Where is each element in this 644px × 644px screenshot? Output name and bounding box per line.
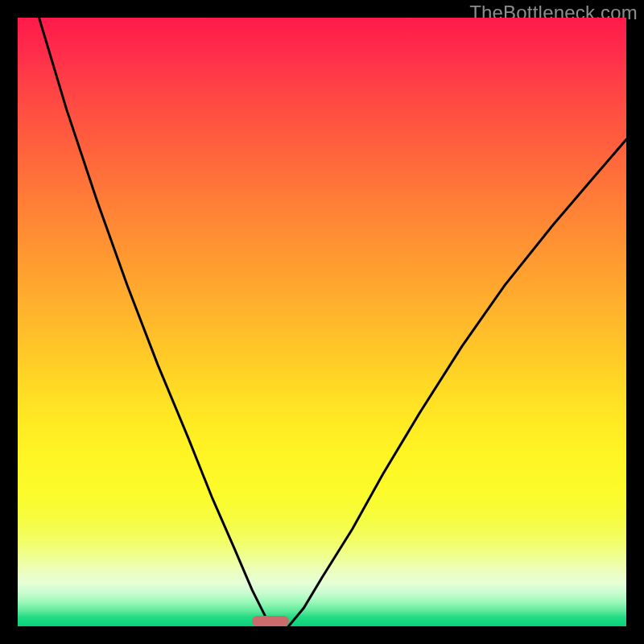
chart-frame: TheBottleneck.com xyxy=(0,0,644,644)
curve-layer xyxy=(18,18,626,626)
curve-right-branch xyxy=(288,139,626,626)
curve-left-branch xyxy=(39,18,270,626)
plot-area xyxy=(18,18,626,626)
minimum-marker xyxy=(252,616,289,626)
